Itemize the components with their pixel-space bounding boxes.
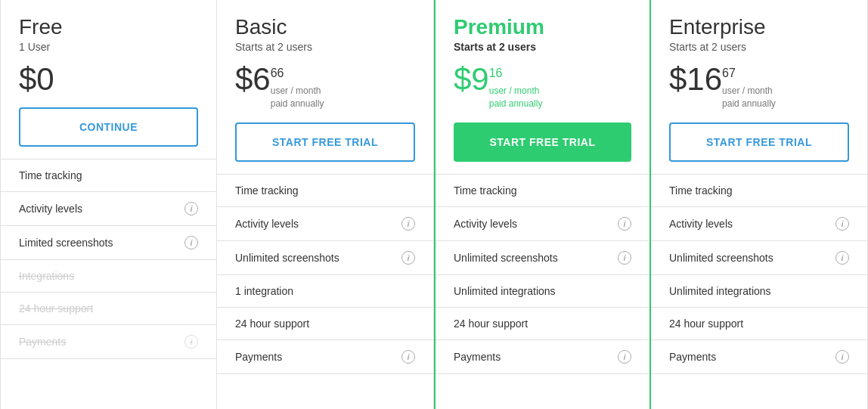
feature-label-free-4: 24 hour support	[19, 302, 93, 314]
feature-row-premium-0: Time tracking	[436, 175, 649, 207]
plan-subtitle-free: 1 User	[19, 41, 198, 53]
price-cents-enterprise: 67	[722, 67, 773, 80]
cta-button-enterprise[interactable]: START FREE TRIAL	[669, 122, 849, 162]
feature-row-enterprise-3: Unlimited integrations	[651, 275, 867, 308]
price-row-enterprise: $1667user / month paid annually	[669, 64, 849, 110]
plan-header-enterprise: EnterpriseStarts at 2 users$1667user / m…	[651, 0, 867, 175]
feature-row-basic-5: Paymentsi	[217, 340, 433, 374]
feature-row-enterprise-1: Activity levelsi	[651, 207, 867, 241]
plan-col-premium: PremiumStarts at 2 users$916user / month…	[434, 0, 651, 409]
feature-label-free-1: Activity levels	[19, 203, 82, 215]
feature-label-basic-1: Activity levels	[235, 218, 299, 230]
features-list-basic: Time trackingActivity levelsiUnlimited s…	[217, 175, 433, 409]
feature-row-enterprise-2: Unlimited screenshotsi	[651, 241, 867, 275]
feature-row-basic-2: Unlimited screenshotsi	[217, 241, 433, 275]
cta-button-basic[interactable]: START FREE TRIAL	[235, 122, 415, 162]
plan-header-basic: BasicStarts at 2 users$666user / month p…	[217, 0, 433, 175]
feature-row-free-0: Time tracking	[1, 160, 216, 192]
feature-row-free-5: Paymentsi	[1, 325, 216, 359]
plan-name-enterprise: Enterprise	[669, 15, 849, 39]
price-detail-wrap-premium: 16user / month paid annually	[489, 64, 543, 110]
plan-subtitle-premium: Starts at 2 users	[454, 41, 631, 53]
feature-row-free-2: Limited screenshotsi	[1, 226, 216, 260]
feature-label-basic-0: Time tracking	[235, 184, 299, 197]
price-detail-wrap-basic: 66user / month paid annually	[271, 64, 324, 110]
pricing-grid: Free1 User$0CONTINUETime trackingActivit…	[0, 0, 868, 409]
cta-button-free[interactable]: CONTINUE	[19, 107, 198, 147]
feature-row-free-1: Activity levelsi	[1, 192, 216, 226]
price-row-premium: $916user / month paid annually	[454, 64, 631, 110]
info-icon-free-1[interactable]: i	[184, 202, 198, 215]
feature-row-basic-0: Time tracking	[217, 175, 433, 207]
feature-row-basic-3: 1 integration	[217, 275, 433, 308]
feature-label-premium-1: Activity levels	[454, 218, 517, 230]
info-icon-enterprise-2[interactable]: i	[835, 251, 849, 265]
feature-label-free-3: Integrations	[19, 270, 74, 282]
price-row-free: $0	[19, 64, 198, 95]
cta-button-premium[interactable]: START FREE TRIAL	[454, 122, 631, 162]
feature-label-premium-0: Time tracking	[454, 184, 517, 197]
price-main-basic: $6	[235, 64, 271, 95]
feature-row-enterprise-5: Paymentsi	[651, 340, 867, 374]
price-detail-basic: user / month paid annually	[271, 85, 324, 110]
feature-row-premium-2: Unlimited screenshotsi	[436, 241, 649, 275]
feature-label-premium-5: Payments	[454, 351, 501, 363]
feature-label-enterprise-0: Time tracking	[669, 184, 733, 197]
info-icon-basic-1[interactable]: i	[401, 217, 415, 231]
feature-label-free-2: Limited screenshots	[19, 237, 113, 249]
feature-label-enterprise-1: Activity levels	[669, 218, 733, 230]
price-main-free: $0	[19, 64, 54, 95]
price-detail-enterprise: user / month paid annually	[722, 85, 776, 110]
plan-col-free: Free1 User$0CONTINUETime trackingActivit…	[0, 0, 217, 409]
info-icon-premium-1[interactable]: i	[618, 217, 631, 231]
features-list-enterprise: Time trackingActivity levelsiUnlimited s…	[651, 175, 867, 409]
feature-row-basic-4: 24 hour support	[217, 308, 433, 340]
info-icon-enterprise-1[interactable]: i	[835, 217, 849, 231]
plan-name-free: Free	[19, 15, 198, 39]
info-icon-free-2[interactable]: i	[184, 236, 198, 249]
features-list-premium: Time trackingActivity levelsiUnlimited s…	[436, 175, 649, 409]
plan-subtitle-basic: Starts at 2 users	[235, 41, 415, 53]
feature-label-enterprise-3: Unlimited integrations	[669, 285, 771, 297]
info-icon-basic-2[interactable]: i	[401, 251, 415, 265]
price-detail-wrap-enterprise: 67user / month paid annually	[722, 64, 776, 110]
plan-col-basic: BasicStarts at 2 users$666user / month p…	[217, 0, 434, 409]
feature-row-enterprise-4: 24 hour support	[651, 308, 867, 340]
info-icon-free-5[interactable]: i	[184, 335, 198, 349]
info-icon-premium-5[interactable]: i	[618, 350, 631, 364]
features-list-free: Time trackingActivity levelsiLimited scr…	[1, 160, 216, 409]
feature-row-free-4: 24 hour support	[1, 293, 216, 325]
price-main-enterprise: $16	[669, 64, 722, 95]
price-cents-premium: 16	[489, 67, 540, 80]
feature-row-premium-3: Unlimited integrations	[436, 275, 649, 308]
feature-label-basic-5: Payments	[235, 351, 282, 363]
feature-label-enterprise-5: Payments	[669, 351, 716, 363]
plan-subtitle-enterprise: Starts at 2 users	[669, 41, 849, 53]
price-row-basic: $666user / month paid annually	[235, 64, 415, 110]
feature-row-premium-1: Activity levelsi	[436, 207, 649, 241]
feature-label-free-0: Time tracking	[19, 169, 82, 181]
plan-name-premium: Premium	[454, 15, 631, 39]
feature-label-basic-2: Unlimited screenshots	[235, 252, 339, 264]
plan-header-free: Free1 User$0CONTINUE	[1, 0, 216, 160]
plan-header-premium: PremiumStarts at 2 users$916user / month…	[436, 0, 649, 175]
feature-row-premium-5: Paymentsi	[436, 340, 649, 374]
feature-label-enterprise-2: Unlimited screenshots	[669, 252, 773, 264]
feature-label-basic-3: 1 integration	[235, 285, 293, 297]
plan-name-basic: Basic	[235, 15, 415, 39]
info-icon-basic-5[interactable]: i	[401, 350, 415, 364]
info-icon-premium-2[interactable]: i	[618, 251, 631, 265]
feature-label-premium-2: Unlimited screenshots	[454, 252, 558, 264]
price-main-premium: $9	[454, 64, 489, 95]
feature-label-basic-4: 24 hour support	[235, 318, 309, 330]
info-icon-enterprise-5[interactable]: i	[835, 350, 849, 364]
feature-row-premium-4: 24 hour support	[436, 308, 649, 340]
feature-label-enterprise-4: 24 hour support	[669, 318, 743, 330]
price-cents-basic: 66	[271, 67, 321, 80]
feature-row-basic-1: Activity levelsi	[217, 207, 433, 241]
feature-row-enterprise-0: Time tracking	[651, 175, 867, 207]
feature-label-free-5: Payments	[19, 336, 66, 348]
feature-label-premium-3: Unlimited integrations	[454, 285, 556, 297]
feature-label-premium-4: 24 hour support	[454, 318, 528, 330]
price-detail-premium: user / month paid annually	[489, 85, 543, 110]
